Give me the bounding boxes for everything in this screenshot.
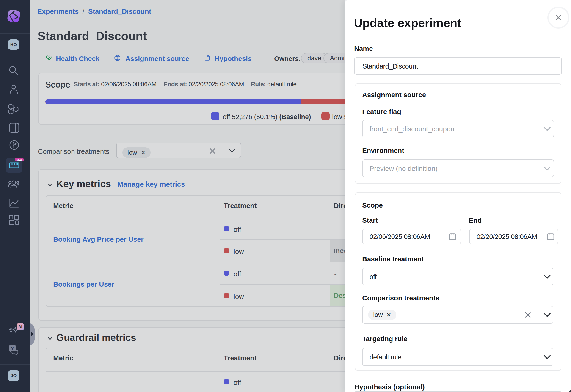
svg-text:?: ? — [11, 346, 14, 350]
